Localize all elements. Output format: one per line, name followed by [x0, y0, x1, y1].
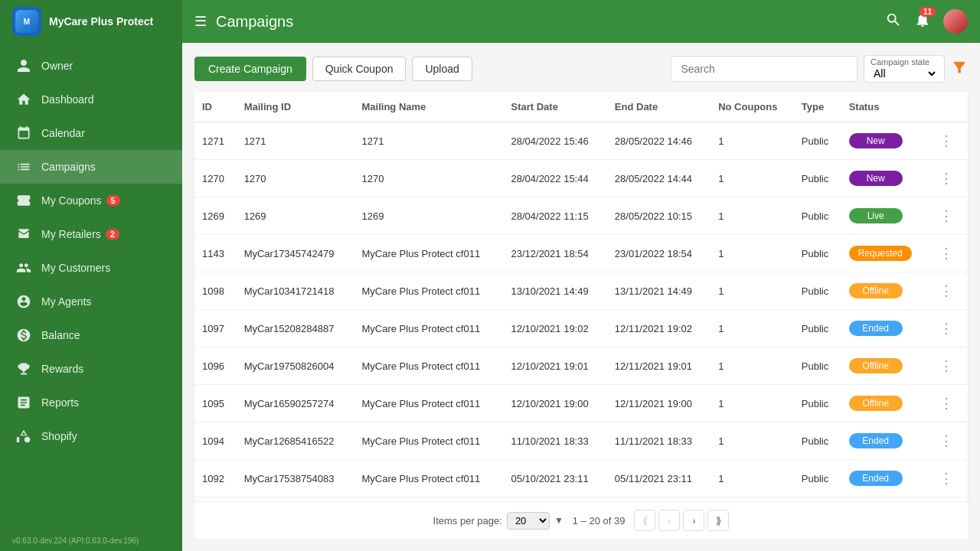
status-badge: Offline	[849, 358, 903, 373]
prev-page-button[interactable]: ‹	[658, 510, 680, 531]
cell-type: Public	[794, 235, 841, 272]
person-icon	[15, 57, 32, 74]
cell-start-date: 12/10/2021 19:01	[503, 347, 606, 385]
cell-id: 1270	[194, 160, 237, 197]
cell-no-coupons: 1	[710, 197, 794, 235]
cell-mailing-name: MyCare Plus Protect cf011	[354, 385, 504, 422]
cell-more: ⋮	[929, 160, 968, 197]
cell-end-date: 12/11/2021 19:00	[607, 385, 710, 422]
last-page-button[interactable]: ⟫	[707, 510, 729, 531]
col-mailing-name: Mailing Name	[354, 92, 504, 122]
sidebar-item-label: My Agents	[41, 295, 91, 308]
cell-start-date: 11/10/2021 18:33	[503, 422, 606, 460]
calendar-icon	[15, 125, 32, 142]
sidebar-item-shopify[interactable]: Shopify	[0, 419, 182, 453]
cell-type: Public	[794, 310, 841, 347]
cell-mailing-id: MyCar10341721418	[237, 272, 354, 310]
table-body: 1271 1271 1271 28/04/2022 15:46 28/05/20…	[194, 122, 968, 502]
cell-status: Offline	[841, 272, 929, 310]
coupon-icon	[15, 192, 32, 209]
sidebar-item-my-customers[interactable]: My Customers	[0, 251, 182, 285]
more-menu-button[interactable]: ⋮	[936, 206, 956, 226]
cell-no-coupons: 1	[710, 347, 794, 385]
cell-type: Public	[794, 160, 841, 197]
create-campaign-button[interactable]: Create Campaign	[194, 57, 306, 81]
more-menu-button[interactable]: ⋮	[936, 431, 956, 451]
sidebar-item-campaigns[interactable]: Campaigns	[0, 150, 182, 184]
topbar: ☰ Campaigns 11	[182, 0, 980, 43]
avatar[interactable]	[943, 9, 968, 34]
cell-no-coupons: 1	[710, 272, 794, 310]
cell-mailing-id: MyCar15208284887	[237, 310, 354, 347]
campaign-state-select[interactable]: Campaign state All New Live Requested Of…	[864, 55, 945, 83]
campaign-state-dropdown[interactable]: All New Live Requested Offline Ended	[871, 67, 938, 80]
next-page-button[interactable]: ›	[683, 510, 704, 531]
more-menu-button[interactable]: ⋮	[936, 243, 956, 263]
cell-id: 1094	[194, 422, 237, 460]
sidebar-item-label: Reports	[41, 396, 79, 409]
cell-start-date: 12/10/2021 19:00	[503, 385, 606, 422]
cell-mailing-name: MyCare Plus Protect cf011	[354, 422, 504, 460]
cell-end-date: 05/11/2021 23:11	[607, 460, 710, 497]
sidebar-nav: Owner Dashboard Calendar Campaigns	[0, 43, 182, 530]
sidebar-item-reports[interactable]: Reports	[0, 386, 182, 419]
notifications-icon[interactable]: 11	[914, 11, 931, 32]
sidebar-item-my-coupons[interactable]: My Coupons 5	[0, 184, 182, 217]
cell-more: ⋮	[929, 272, 968, 310]
cell-no-coupons: 1	[710, 422, 794, 460]
sidebar-item-dashboard[interactable]: Dashboard	[0, 83, 182, 116]
cell-status: Requested	[841, 235, 929, 272]
sidebar-item-owner[interactable]: Owner	[0, 49, 182, 83]
my-coupons-badge: 5	[106, 195, 120, 206]
cell-start-date: 13/10/2021 14:49	[503, 272, 606, 310]
items-per-page-select[interactable]: 10 20 50 100	[507, 512, 550, 530]
more-menu-button[interactable]: ⋮	[936, 131, 956, 151]
more-menu-button[interactable]: ⋮	[936, 318, 956, 338]
rewards-icon	[15, 360, 32, 377]
table-row: 1143 MyCar17345742479 MyCare Plus Protec…	[194, 235, 968, 272]
sidebar-item-balance[interactable]: Balance	[0, 318, 182, 352]
items-per-page-label: Items per page:	[433, 515, 502, 527]
table-row: 1094 MyCar12685416522 MyCare Plus Protec…	[194, 422, 968, 460]
cell-status: New	[841, 160, 929, 197]
sidebar-item-label: Owner	[41, 60, 73, 72]
sidebar-item-my-retailers[interactable]: My Retailers 2	[0, 217, 182, 251]
more-menu-button[interactable]: ⋮	[936, 281, 956, 301]
app-name: MyCare Plus Protect	[49, 15, 153, 28]
page-range: 1 – 20 of 39	[573, 515, 626, 527]
more-menu-button[interactable]: ⋮	[936, 356, 956, 376]
status-badge: Ended	[849, 321, 903, 336]
table-row: 1096 MyCar19750826004 MyCare Plus Protec…	[194, 347, 968, 385]
cell-end-date: 12/11/2021 19:02	[607, 310, 710, 347]
col-actions	[929, 92, 968, 122]
table-row: 1270 1270 1270 28/04/2022 15:44 28/05/20…	[194, 160, 968, 197]
sidebar-item-label: My Retailers	[41, 228, 101, 240]
cell-end-date: 28/05/2022 14:44	[607, 160, 710, 197]
menu-icon[interactable]: ☰	[194, 13, 207, 30]
cell-id: 1096	[194, 347, 237, 385]
cell-id: 1095	[194, 385, 237, 422]
sidebar-item-rewards[interactable]: Rewards	[0, 352, 182, 386]
cell-mailing-id: MyCar17345742479	[237, 235, 354, 272]
quick-coupon-button[interactable]: Quick Coupon	[312, 57, 407, 81]
cell-mailing-id: MyCar12685416522	[237, 422, 354, 460]
sidebar-item-my-agents[interactable]: My Agents	[0, 285, 182, 318]
cell-mailing-id: 1269	[237, 197, 354, 235]
sidebar: M MyCare Plus Protect Owner Dashboard Ca…	[0, 0, 182, 551]
sidebar-header: M MyCare Plus Protect	[0, 0, 182, 43]
sidebar-item-label: My Coupons	[41, 194, 102, 207]
more-menu-button[interactable]: ⋮	[936, 468, 956, 488]
cell-end-date: 13/11/2021 14:49	[607, 272, 710, 310]
store-icon	[15, 226, 32, 243]
app-logo: M	[12, 7, 41, 36]
cell-type: Public	[794, 422, 841, 460]
filter-icon[interactable]	[951, 59, 968, 80]
first-page-button[interactable]: ⟪	[634, 510, 655, 531]
sidebar-item-calendar[interactable]: Calendar	[0, 116, 182, 150]
more-menu-button[interactable]: ⋮	[936, 393, 956, 413]
status-badge: New	[849, 171, 903, 186]
upload-button[interactable]: Upload	[412, 57, 472, 81]
more-menu-button[interactable]: ⋮	[936, 168, 956, 188]
search-icon[interactable]	[885, 11, 902, 32]
search-input[interactable]	[671, 56, 858, 82]
